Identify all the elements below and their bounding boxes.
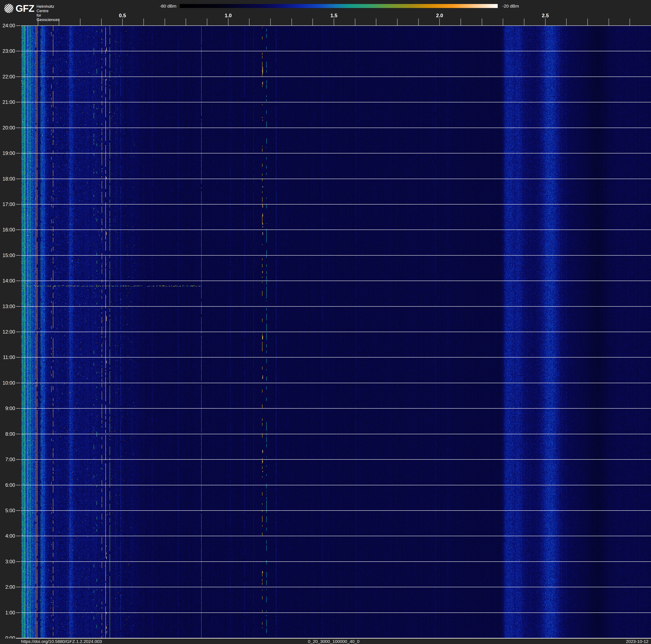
header-bar: GFZ Helmholtz Centre for Geosciences -80… [0,0,651,25]
frequency-minor-tick [186,19,186,25]
frequency-minor-tick [418,19,419,25]
hour-gridline [21,357,651,357]
time-tick-mark [16,357,20,357]
time-tick-mark [16,561,20,562]
frequency-minor-tick [376,19,376,25]
frequency-minor-tick [101,19,102,25]
time-tick-label: 11:00 [0,354,15,360]
time-tick-label: 8:00 [0,431,15,437]
frequency-tick-label: 1.5 [324,12,343,19]
hour-gridline [21,561,651,562]
frequency-minor-tick [228,19,228,25]
hour-gridline [21,485,651,485]
time-tick-mark [16,102,20,103]
hour-gridline [21,230,651,230]
colorbar-min-label: -80 dBm [124,4,177,9]
gfz-brand-text: GFZ [16,3,34,14]
time-tick-mark [16,306,20,306]
hour-gridline [21,306,651,306]
hour-gridline [21,587,651,587]
frequency-tick-label: 1.0 [219,12,238,19]
time-tick-label: 3:00 [0,559,15,564]
hour-gridline [21,51,651,51]
time-tick-mark [16,230,20,230]
time-tick-label: 16:00 [0,227,15,233]
time-tick-label: 12:00 [0,329,15,335]
frequency-minor-tick [312,19,313,25]
time-tick-mark [16,587,20,587]
frequency-minor-tick [291,19,292,25]
frequency-minor-tick [524,19,524,25]
frequency-minor-tick [355,19,355,25]
time-tick-mark [16,485,20,485]
colorbar-max-label: -20 dBm [502,4,519,9]
time-tick-mark [16,612,20,613]
time-tick-label: 4:00 [0,533,15,539]
time-tick-mark [16,25,20,26]
time-tick-label: 17:00 [0,201,15,207]
colorbar-gradient [180,4,498,8]
frequency-minor-tick [59,19,59,25]
hour-gridline [21,332,651,332]
frequency-tick-label: 0.5 [113,12,132,19]
frequency-minor-tick [207,19,207,25]
frequency-minor-tick [482,19,482,25]
frequency-minor-tick [144,19,144,25]
time-tick-mark [16,127,20,128]
frequency-minor-tick [38,19,38,25]
time-tick-mark [16,153,20,153]
time-tick-label: 6:00 [0,482,15,488]
time-tick-mark [16,383,20,383]
frequency-minor-tick [334,19,334,25]
time-tick-mark [16,434,20,434]
hour-gridline [21,408,651,409]
hour-gridline [21,25,651,26]
frequency-tick-label: 2.0 [430,12,449,19]
time-tick-mark [16,510,20,511]
time-tick-label: 13:00 [0,303,15,310]
doi-link[interactable]: https://doi.org/10.5880/GFZ.1.2.2024.003 [21,639,102,644]
frequency-minor-tick [165,19,165,25]
hour-gridline [21,127,651,128]
frequency-minor-tick [270,19,271,25]
time-tick-label: 19:00 [0,150,15,156]
frequency-minor-tick [587,19,588,25]
x-axis-baseline [16,638,651,639]
time-tick-label: 5:00 [0,507,15,514]
hour-gridline [21,459,651,460]
time-tick-mark [16,51,20,51]
spectrogram-plot-area [21,26,651,638]
time-tick-mark [16,179,20,179]
frequency-minor-tick [461,19,461,25]
hour-gridline [21,255,651,256]
time-tick-label: 10:00 [0,380,15,386]
frequency-minor-tick [629,19,630,25]
frequency-minor-tick [609,19,609,25]
hour-gridline [21,153,651,153]
time-tick-label: 18:00 [0,176,15,182]
time-tick-label: 22:00 [0,74,15,80]
frequency-tick-label: 2.5 [536,12,555,19]
time-tick-label: 7:00 [0,457,15,462]
hour-gridline [21,612,651,613]
hour-gridline [21,536,651,536]
time-tick-mark [16,281,20,281]
hour-gridline [21,179,651,179]
dataset-parameters: 0_20_3000_100000_40_0 [308,639,359,644]
hour-gridline [21,383,651,383]
footer-bar: https://doi.org/10.5880/GFZ.1.2.2024.003… [0,639,651,644]
hour-gridline [21,510,651,511]
time-tick-label: 15:00 [0,253,15,258]
time-tick-label: 1:00 [0,610,15,616]
hour-gridline [21,204,651,205]
time-tick-label: 21:00 [0,99,15,105]
frequency-minor-tick [545,19,546,25]
time-tick-mark [16,536,20,536]
time-tick-mark [16,255,20,256]
hour-gridline [21,281,651,281]
frequency-minor-tick [439,19,440,25]
time-tick-mark [16,204,20,205]
frequency-minor-tick [122,19,123,25]
gfz-tagline: Helmholtz Centre for Geosciences [36,4,60,22]
hour-gridline [21,102,651,103]
